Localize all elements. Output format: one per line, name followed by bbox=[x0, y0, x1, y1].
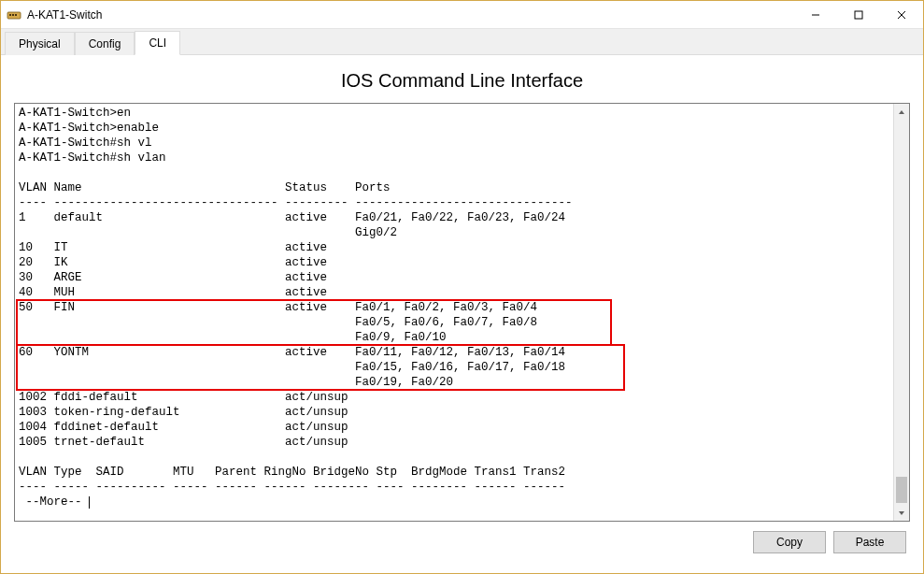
terminal-line: Gig0/2 bbox=[19, 226, 397, 239]
terminal-line: Fa0/5, Fa0/6, Fa0/7, Fa0/8 bbox=[19, 316, 537, 329]
maximize-button[interactable] bbox=[837, 1, 880, 28]
window-controls bbox=[794, 1, 923, 28]
svg-rect-2 bbox=[12, 14, 14, 16]
app-icon bbox=[7, 7, 21, 22]
window-title: A-KAT1-Switch bbox=[27, 8, 794, 22]
terminal-line: A-KAT1-Switch>enable bbox=[19, 122, 159, 135]
terminal-line: Fa0/15, Fa0/16, Fa0/17, Fa0/18 bbox=[19, 361, 565, 374]
terminal-line: 1005 trnet-default act/unsup bbox=[19, 436, 355, 449]
content-area: IOS Command Line Interface A-KAT1-Switch… bbox=[1, 55, 923, 563]
scroll-thumb[interactable] bbox=[896, 477, 907, 503]
tab-config[interactable]: Config bbox=[75, 32, 135, 55]
terminal-line: 60 YONTM active Fa0/11, Fa0/12, Fa0/13, … bbox=[19, 346, 565, 359]
terminal-line: --More-- bbox=[19, 495, 89, 509]
titlebar: A-KAT1-Switch bbox=[1, 1, 923, 29]
close-button[interactable] bbox=[880, 1, 923, 28]
svg-marker-8 bbox=[899, 110, 904, 114]
terminal-line: 1004 fddinet-default act/unsup bbox=[19, 421, 355, 434]
terminal-line: 30 ARGE active bbox=[19, 271, 355, 284]
terminal-line: ---- ----- ---------- ----- ------ -----… bbox=[19, 481, 565, 494]
minimize-button[interactable] bbox=[794, 1, 837, 28]
scrollbar[interactable] bbox=[893, 104, 909, 521]
terminal-line: 1002 fddi-default act/unsup bbox=[19, 391, 355, 404]
terminal-line: A-KAT1-Switch#sh vl bbox=[19, 136, 152, 150]
terminal-line: 20 IK active bbox=[19, 256, 355, 269]
buttons-row: Copy Paste bbox=[14, 531, 910, 553]
terminal-line: VLAN Type SAID MTU Parent RingNo BridgeN… bbox=[19, 466, 565, 479]
tabs-row: Physical Config CLI bbox=[1, 29, 923, 55]
tab-cli[interactable]: CLI bbox=[135, 31, 180, 55]
scroll-down-icon[interactable] bbox=[894, 505, 909, 521]
paste-button[interactable]: Paste bbox=[833, 531, 906, 553]
terminal-line: 50 FIN active Fa0/1, Fa0/2, Fa0/3, Fa0/4 bbox=[19, 301, 537, 314]
terminal-line: Fa0/19, Fa0/20 bbox=[19, 376, 453, 389]
svg-rect-3 bbox=[15, 14, 17, 16]
svg-marker-9 bbox=[899, 511, 904, 515]
terminal-wrap: A-KAT1-Switch>en A-KAT1-Switch>enable A-… bbox=[14, 103, 910, 522]
terminal-line: VLAN Name Status Ports bbox=[19, 181, 391, 194]
terminal-line: Fa0/9, Fa0/10 bbox=[19, 331, 447, 344]
cli-heading: IOS Command Line Interface bbox=[14, 70, 910, 92]
svg-rect-5 bbox=[855, 11, 862, 19]
terminal-line: A-KAT1-Switch>en bbox=[19, 107, 131, 120]
terminal-line: 40 MUH active bbox=[19, 286, 355, 299]
terminal-line: 10 IT active bbox=[19, 241, 355, 254]
scroll-track[interactable] bbox=[894, 120, 909, 505]
terminal[interactable]: A-KAT1-Switch>en A-KAT1-Switch>enable A-… bbox=[15, 104, 893, 521]
terminal-line: ---- -------------------------------- --… bbox=[19, 196, 573, 209]
terminal-line: 1003 token-ring-default act/unsup bbox=[19, 406, 355, 419]
text-cursor bbox=[89, 496, 90, 509]
svg-rect-1 bbox=[9, 14, 11, 16]
terminal-line: 1 default active Fa0/21, Fa0/22, Fa0/23,… bbox=[19, 211, 565, 224]
terminal-line: A-KAT1-Switch#sh vlan bbox=[19, 151, 166, 165]
tab-physical[interactable]: Physical bbox=[5, 32, 75, 55]
scroll-up-icon[interactable] bbox=[894, 104, 909, 120]
copy-button[interactable]: Copy bbox=[753, 531, 826, 553]
